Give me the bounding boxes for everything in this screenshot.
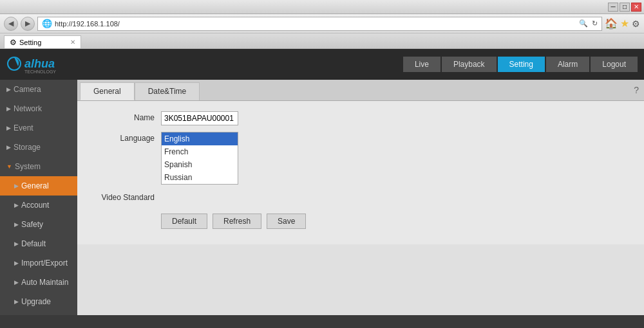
form-buttons: Default Refresh Save [90,208,631,234]
app-container: alhua TECHNOLOGY Live Playback Setting A… [0,49,644,315]
upgrade-arrow-icon: ▶ [14,298,19,305]
event-arrow-icon: ▶ [6,125,11,131]
name-input[interactable] [161,111,238,125]
tab-datetime[interactable]: Date&Time [135,82,200,100]
sidebar-item-auto-maintain[interactable]: ▶ Auto Maintain [0,273,77,292]
back-button[interactable]: ◀ [4,17,18,31]
sidebar-item-label: Network [14,104,42,113]
browser-settings-icon[interactable]: ⚙ [632,19,640,29]
default-arrow-icon: ▶ [14,241,19,247]
account-arrow-icon: ▶ [14,202,19,208]
address-bar[interactable]: 🌐 http://192.168.1.108/ 🔍 ↻ [37,17,602,31]
sidebar-item-import-export[interactable]: ▶ Import/Export [0,253,77,273]
language-select[interactable]: English French Spanish Russian [161,132,238,185]
storage-arrow-icon: ▶ [6,144,11,150]
app-header: alhua TECHNOLOGY Live Playback Setting A… [0,49,644,80]
browser-refresh-button[interactable]: ↻ [592,19,598,28]
sidebar-item-general[interactable]: ▶ General [0,176,77,196]
sidebar-item-label: Storage [14,143,41,152]
logo-area: alhua TECHNOLOGY [6,52,64,77]
forward-button[interactable]: ▶ [21,17,35,31]
language-option-russian[interactable]: Russian [162,171,238,184]
search-icon[interactable]: 🔍 [579,19,588,28]
language-option-english[interactable]: English [162,132,238,145]
system-arrow-icon: ▼ [6,163,12,170]
help-button[interactable]: ? [629,82,644,100]
sidebar-item-label: Default [21,239,46,248]
minimize-button[interactable]: ─ [608,3,618,12]
sidebar-item-label: Upgrade [21,297,51,306]
close-button[interactable]: ✕ [631,3,641,12]
save-button[interactable]: Save [267,214,306,229]
sidebar-item-label: General [21,181,49,190]
browser-tab[interactable]: ⚙ Setting ✕ [4,35,81,48]
bookmark-home-icon[interactable]: 🏠 [605,17,618,30]
name-row: Name [90,111,631,125]
tab-close-button[interactable]: ✕ [70,39,75,46]
sidebar-item-safety[interactable]: ▶ Safety [0,215,77,234]
nav-alarm-button[interactable]: Alarm [546,57,589,72]
general-arrow-icon: ▶ [14,183,19,189]
sidebar-item-network[interactable]: ▶ Network [0,99,77,118]
sidebar-item-upgrade[interactable]: ▶ Upgrade [0,292,77,311]
nav-playback-button[interactable]: Playback [442,57,497,72]
main-area: ▶ Camera ▶ Network ▶ Event ▶ Storage ▼ S… [0,80,644,315]
language-option-spanish[interactable]: Spanish [162,158,238,171]
nav-setting-button[interactable]: Setting [498,57,545,72]
bookmark-star-icon[interactable]: ★ [620,17,629,30]
tab-title: Setting [19,39,41,46]
sidebar-item-camera[interactable]: ▶ Camera [0,80,77,99]
default-button[interactable]: Default [161,214,207,229]
content-tabs: General Date&Time ? [77,80,644,101]
language-row: Language English French Spanish Russian [90,132,631,185]
sidebar-item-account[interactable]: ▶ Account [0,196,77,215]
logo-svg: alhua TECHNOLOGY [6,52,64,75]
sidebar-item-event[interactable]: ▶ Event [0,118,77,138]
sidebar-item-label: Camera [14,85,41,94]
browser-toolbar: ◀ ▶ 🌐 http://192.168.1.108/ 🔍 ↻ 🏠 ★ ⚙ [0,14,644,33]
tab-favicon: ⚙ [10,38,17,47]
maximize-button[interactable]: □ [620,3,630,12]
refresh-button[interactable]: Refresh [213,214,261,229]
sidebar-item-label: Account [21,201,49,210]
sidebar-item-label: System [15,162,41,171]
content-area: General Date&Time ? Name Language Englis… [77,80,644,315]
sidebar-item-system[interactable]: ▼ System [0,157,77,176]
nav-live-button[interactable]: Live [403,57,440,72]
tab-spacer [200,82,629,100]
form-area: Name Language English French Spanish Rus… [77,101,644,244]
sidebar-item-storage[interactable]: ▶ Storage [0,138,77,157]
video-standard-label: Video Standard [90,191,155,202]
automaintain-arrow-icon: ▶ [14,279,19,286]
video-standard-row: Video Standard [90,191,631,202]
sidebar-item-information[interactable]: ▶ Information [0,311,77,315]
nav-logout-button[interactable]: Logout [591,57,638,72]
language-option-french[interactable]: French [162,145,238,158]
importexport-arrow-icon: ▶ [14,260,19,266]
sidebar-item-label: Import/Export [21,259,68,268]
camera-arrow-icon: ▶ [6,86,11,93]
sidebar-item-label: Auto Maintain [21,278,68,287]
name-label: Name [90,111,155,122]
sidebar: ▶ Camera ▶ Network ▶ Event ▶ Storage ▼ S… [0,80,77,315]
sidebar-item-default[interactable]: ▶ Default [0,234,77,253]
language-label: Language [90,132,155,143]
tab-general[interactable]: General [80,82,135,100]
safety-arrow-icon: ▶ [14,221,19,228]
svg-text:TECHNOLOGY: TECHNOLOGY [24,69,56,74]
address-text: http://192.168.1.108/ [55,20,576,28]
network-arrow-icon: ▶ [6,105,11,112]
dahua-logo: alhua TECHNOLOGY [6,52,64,77]
svg-text:alhua: alhua [24,57,55,70]
browser-titlebar: ─ □ ✕ [0,0,644,14]
sidebar-item-label: Safety [21,220,43,229]
header-nav: Live Playback Setting Alarm Logout [403,57,638,72]
globe-icon: 🌐 [42,19,52,28]
browser-tab-bar: ⚙ Setting ✕ [0,33,644,49]
sidebar-item-label: Event [14,123,33,132]
